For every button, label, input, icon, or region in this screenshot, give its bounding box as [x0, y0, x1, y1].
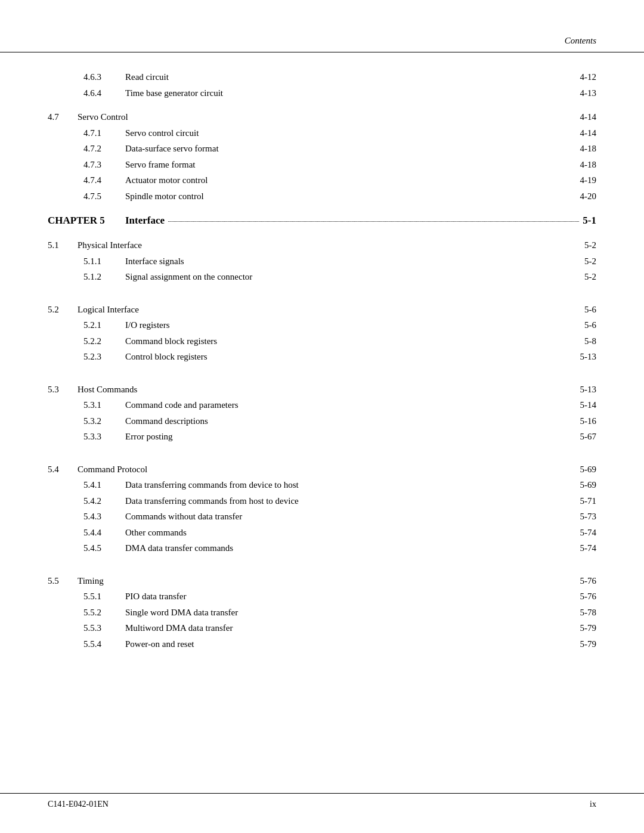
- header-title: Contents: [565, 36, 596, 46]
- chapter-page: 5-1: [583, 215, 596, 227]
- toc-entry-55: 5.5 Timing 5-76: [48, 574, 596, 588]
- toc-entry-472: 4.7.2 Data-surface servo format 4-18: [48, 142, 596, 156]
- section-page: 5-14: [580, 398, 597, 412]
- toc-entry-551: 5.5.1 PIO data transfer 5-76: [48, 590, 596, 603]
- section-page: 5-79: [580, 621, 597, 635]
- section-page: 4-12: [580, 70, 597, 84]
- section-num: 5.4.5: [83, 541, 125, 555]
- toc-entry-464: 4.6.4 Time base generator circuit 4-13: [48, 86, 596, 100]
- section-51: 5.1 Physical Interface 5-2 5.1.1 Interfa…: [48, 239, 596, 284]
- section-num: 4.7: [48, 110, 78, 124]
- toc-entry-552: 5.5.2 Single word DMA data transfer 5-78: [48, 606, 596, 620]
- section-num: 5.3: [48, 383, 78, 397]
- section-page: 5-6: [584, 303, 596, 317]
- toc-entry-522: 5.2.2 Command block registers 5-8: [48, 335, 596, 348]
- footer-page-num: ix: [590, 800, 596, 809]
- section-text: Actuator motor control: [125, 174, 573, 187]
- toc-entry-474: 4.7.4 Actuator motor control 4-19: [48, 174, 596, 187]
- section-num: 4.6.3: [83, 70, 125, 84]
- section-text: Single word DMA data transfer: [125, 606, 573, 620]
- section-text: Control block registers: [125, 350, 573, 364]
- section-num: 5.5: [48, 574, 78, 588]
- section-page: 5-13: [580, 383, 597, 397]
- section-page: 5-6: [584, 318, 596, 332]
- section-text: Logical Interface: [78, 303, 577, 317]
- section-num: 5.1.1: [83, 255, 125, 268]
- toc-entry-47: 4.7 Servo Control 4-14: [48, 110, 596, 124]
- section-num: 5.2.3: [83, 350, 125, 364]
- section-num: 5.1.2: [83, 270, 125, 284]
- section-page: 5-73: [580, 510, 597, 524]
- chapter-title: Interface 5-1: [125, 215, 596, 227]
- toc-entry-52: 5.2 Logical Interface 5-6: [48, 303, 596, 317]
- section-page: 4-14: [580, 110, 597, 124]
- toc-entry-531: 5.3.1 Command code and parameters 5-14: [48, 398, 596, 412]
- section-page: 5-2: [584, 270, 596, 284]
- section-num: 5.4.1: [83, 478, 125, 492]
- toc-entry-543: 5.4.3 Commands without data transfer 5-7…: [48, 510, 596, 524]
- section-text: Command descriptions: [125, 414, 573, 428]
- toc-entry-533: 5.3.3 Error posting 5-67: [48, 430, 596, 444]
- section-num: 4.7.4: [83, 174, 125, 187]
- section-text: Signal assignment on the connector: [125, 270, 577, 284]
- toc-entry-544: 5.4.4 Other commands 5-74: [48, 526, 596, 540]
- section-num: 5.3.1: [83, 398, 125, 412]
- section-num: 5.5.3: [83, 621, 125, 635]
- chapter-label: CHAPTER 5: [48, 215, 125, 227]
- section-text: Servo control circuit: [125, 126, 573, 140]
- chapter-dots: [168, 221, 579, 222]
- section-page: 4-18: [580, 158, 597, 172]
- section-page: 5-16: [580, 414, 597, 428]
- section-num: 5.2.2: [83, 335, 125, 348]
- section-54: 5.4 Command Protocol 5-69 5.4.1 Data tra…: [48, 463, 596, 555]
- chapter-title-text: Interface: [125, 215, 165, 227]
- section-page: 5-2: [584, 239, 596, 252]
- section-num: 4.6.4: [83, 86, 125, 100]
- toc-entry-553: 5.5.3 Multiword DMA data transfer 5-79: [48, 621, 596, 635]
- section-47: 4.7 Servo Control 4-14 4.7.1 Servo contr…: [48, 110, 596, 203]
- toc-entry-53: 5.3 Host Commands 5-13: [48, 383, 596, 397]
- section-46: 4.6.3 Read circuit 4-12 4.6.4 Time base …: [48, 70, 596, 100]
- toc-entry-471: 4.7.1 Servo control circuit 4-14: [48, 126, 596, 140]
- section-page: 4-14: [580, 126, 597, 140]
- section-text: Command code and parameters: [125, 398, 573, 412]
- section-text: Commands without data transfer: [125, 510, 573, 524]
- section-num: 4.7.5: [83, 190, 125, 203]
- section-page: 5-76: [580, 590, 597, 603]
- section-52: 5.2 Logical Interface 5-6 5.2.1 I/O regi…: [48, 303, 596, 364]
- page-footer: C141-E042-01EN ix: [0, 793, 644, 809]
- section-num: 4.7.3: [83, 158, 125, 172]
- toc-entry-541: 5.4.1 Data transferring commands from de…: [48, 478, 596, 492]
- section-page: 4-19: [580, 174, 597, 187]
- section-num: 5.4.4: [83, 526, 125, 540]
- section-num: 5.1: [48, 239, 78, 252]
- chapter-5-entry: CHAPTER 5 Interface 5-1: [48, 215, 596, 227]
- section-text: Host Commands: [78, 383, 573, 397]
- section-text: Spindle motor control: [125, 190, 573, 203]
- toc-entry-554: 5.5.4 Power-on and reset 5-79: [48, 637, 596, 651]
- toc-entry-521: 5.2.1 I/O registers 5-6: [48, 318, 596, 332]
- section-page: 5-74: [580, 526, 597, 540]
- toc-entry-523: 5.2.3 Control block registers 5-13: [48, 350, 596, 364]
- section-num: 5.4: [48, 463, 78, 476]
- section-page: 4-20: [580, 190, 597, 203]
- page: Contents 4.6.3 Read circuit 4-12 4.6.4 T…: [0, 0, 644, 833]
- section-page: 5-2: [584, 255, 596, 268]
- section-num: 5.5.2: [83, 606, 125, 620]
- section-text: Physical Interface: [78, 239, 577, 252]
- toc-content: 4.6.3 Read circuit 4-12 4.6.4 Time base …: [0, 70, 644, 651]
- section-num: 5.5.4: [83, 637, 125, 651]
- section-page: 5-69: [580, 463, 597, 476]
- page-header: Contents: [0, 36, 644, 52]
- toc-entry-54: 5.4 Command Protocol 5-69: [48, 463, 596, 476]
- toc-entry-512: 5.1.2 Signal assignment on the connector…: [48, 270, 596, 284]
- section-page: 5-74: [580, 541, 597, 555]
- section-text: Power-on and reset: [125, 637, 573, 651]
- toc-entry-545: 5.4.5 DMA data transfer commands 5-74: [48, 541, 596, 555]
- toc-entry-473: 4.7.3 Servo frame format 4-18: [48, 158, 596, 172]
- section-55: 5.5 Timing 5-76 5.5.1 PIO data transfer …: [48, 574, 596, 651]
- section-page: 5-69: [580, 478, 597, 492]
- section-num: 5.2: [48, 303, 78, 317]
- section-text: Data-surface servo format: [125, 142, 573, 156]
- section-num: 5.3.3: [83, 430, 125, 444]
